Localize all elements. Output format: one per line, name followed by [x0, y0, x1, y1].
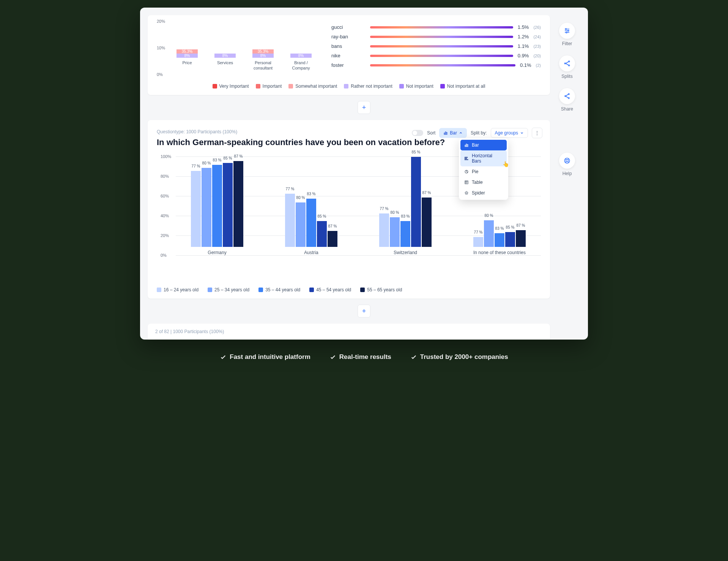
svg-point-9 [568, 93, 569, 95]
bar: 77 % [285, 194, 295, 247]
bar-label: 80 % [296, 196, 305, 200]
splits-button[interactable]: Splits [559, 55, 575, 79]
seg-label: 35.3% [176, 49, 198, 54]
dropdown-item-table[interactable]: Table [460, 177, 507, 188]
brand-bar [370, 55, 513, 57]
brand-count: (2) [536, 63, 541, 68]
bar: 83 % [495, 233, 504, 247]
filter-button[interactable]: Filter [559, 23, 575, 46]
dropdown-item-spider[interactable]: Spider [460, 188, 507, 198]
y-tick: 80% [161, 174, 169, 179]
legend-item: Very Important [213, 84, 249, 89]
svg-point-6 [564, 63, 566, 64]
share-label: Share [561, 106, 573, 112]
svg-rect-22 [465, 160, 468, 160]
legend-item: Important [256, 84, 282, 89]
bar: 77 % [473, 237, 483, 247]
bar-label: 87 % [234, 154, 243, 158]
brand-name: gucci [331, 24, 366, 30]
y-tick: 40% [161, 213, 169, 218]
brand-count: (20) [533, 54, 541, 58]
svg-point-10 [565, 96, 566, 97]
chart-type-chip[interactable]: Bar [439, 128, 467, 138]
brand-name: bans [331, 43, 366, 49]
bar: 87 % [422, 198, 432, 247]
swatch [157, 288, 161, 292]
swatch [208, 288, 212, 292]
brand-bar [370, 26, 513, 28]
importance-legend: Very ImportantImportantSomewhat importan… [157, 84, 541, 89]
svg-point-3 [566, 28, 567, 30]
svg-point-13 [566, 160, 568, 162]
chevron-down-icon [520, 131, 524, 135]
x-category: Austria [304, 250, 318, 255]
bar-label: 77 % [380, 207, 389, 211]
svg-point-11 [568, 98, 569, 99]
bar-label: 83 % [495, 226, 504, 231]
check-icon [329, 354, 336, 360]
next-card: 2 of 82 | 1000 Participants (100%) [148, 324, 550, 340]
importance-card: 20% 10% 0% 8% 35.3% Price [148, 15, 550, 95]
dropdown-item-horizontal[interactable]: Horizontal Bars 👆 [460, 150, 507, 166]
dropdown-item-pie[interactable]: Pie [460, 166, 507, 177]
help-button[interactable]: Help [559, 153, 575, 176]
filter-label: Filter [562, 41, 572, 46]
svg-rect-24 [465, 181, 468, 184]
svg-rect-17 [465, 145, 466, 147]
swatch [399, 84, 404, 88]
bar-label: 87 % [328, 224, 337, 228]
sliders-icon [559, 23, 575, 39]
brand-name: nike [331, 53, 366, 58]
legend-item: Rather not important [344, 84, 392, 89]
x-category: In none of these countries [473, 250, 526, 255]
more-button[interactable]: ⋮ [532, 128, 542, 138]
brand-count: (23) [533, 44, 541, 49]
add-button[interactable]: + [358, 101, 370, 114]
legend-item: 35 – 44 years old [258, 287, 300, 292]
seg-label: 8% [176, 54, 198, 58]
splitby-chip[interactable]: Age groups [491, 128, 528, 138]
chip-label: Age groups [495, 130, 518, 136]
brand-pct: 0.9% [518, 53, 529, 58]
bar: 80 % [390, 217, 400, 247]
card-controls: Sort Bar Split by: Age groups ⋮ [412, 128, 542, 138]
svg-point-8 [569, 65, 570, 66]
split-icon [559, 55, 575, 71]
svg-rect-21 [465, 158, 467, 159]
bar: 85 % [411, 157, 421, 247]
chart-type-dropdown: Bar Horizontal Bars 👆 Pie Table Spider [459, 138, 508, 200]
svg-rect-18 [466, 144, 467, 147]
footer-item: Fast and intuitive platform [220, 353, 310, 361]
brand-row: foster0.1%(2) [331, 62, 541, 68]
add-button[interactable]: + [358, 305, 370, 318]
bar: 83 % [306, 199, 316, 247]
swatch [213, 84, 217, 88]
footer-item: Real-time results [329, 353, 391, 361]
y-tick: 100% [161, 154, 171, 159]
y-tick: 20% [157, 19, 165, 24]
x-category: Services [217, 60, 233, 71]
legend-item: 25 – 34 years old [208, 287, 249, 292]
sort-toggle[interactable] [412, 130, 423, 136]
bar-label: 85 % [412, 150, 421, 154]
footer-item: Trusted by 2000+ companies [410, 353, 508, 361]
svg-rect-15 [445, 132, 446, 134]
x-category: Germany [208, 250, 226, 255]
brand-pct: 1.2% [518, 34, 529, 40]
share-button[interactable]: Share [559, 88, 575, 112]
brand-pct: 0.1% [520, 62, 531, 68]
brand-count: (24) [533, 35, 541, 39]
bar: 77 % [191, 171, 201, 247]
brand-list: gucci1.5%(26)ray-ban1.2%(24)bans1.1%(23)… [331, 21, 541, 68]
brand-count: (26) [533, 25, 541, 30]
svg-point-4 [568, 30, 569, 32]
swatch [309, 288, 314, 292]
legend-item: 16 – 24 years old [157, 287, 199, 292]
dropdown-item-bar[interactable]: Bar [460, 140, 507, 150]
bar-label: 83 % [213, 158, 222, 162]
bar-label: 77 % [286, 187, 295, 191]
svg-marker-27 [465, 191, 468, 194]
bar: 80 % [202, 168, 211, 247]
swatch [440, 84, 445, 88]
bar-label: 77 % [192, 164, 200, 168]
